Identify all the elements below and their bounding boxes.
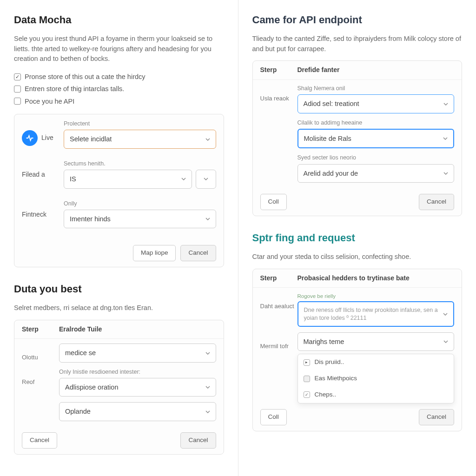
select-value: Adlispiose oration	[65, 383, 118, 392]
select-adiod[interactable]: Adiod sel: treationt	[298, 94, 455, 113]
header-step: Sterp	[260, 274, 298, 283]
select-oplande[interactable]: Oplande	[59, 402, 216, 421]
dropdown-item-label: Cheps..	[315, 390, 337, 399]
chevron-down-icon	[205, 217, 210, 221]
side-live-label: Live	[41, 133, 53, 143]
section2-desc: Selret medbers, rri selace at dng.ton tl…	[14, 303, 224, 313]
field-label: Shalg Nemera onil	[298, 85, 455, 93]
field-label: Syed secter lios neorio	[298, 154, 455, 162]
form-card-1: Live Prolectent Selete incidlat Filead a	[14, 114, 224, 267]
select-adispose[interactable]: Adlispiose oration	[59, 378, 216, 397]
r-section2-title: Sptr fing and request	[252, 231, 463, 245]
arrow-icon: ▸	[304, 359, 310, 366]
cancel-button[interactable]: Cancel	[419, 409, 454, 425]
pulse-icon	[22, 130, 38, 146]
select-value: Imenter hinds	[70, 214, 111, 224]
checkbox-icon[interactable]	[14, 86, 21, 93]
row-side-label: Daht aealuct	[260, 292, 298, 332]
r-form-card-2: Sterp Probasical hedders to trytinase ba…	[252, 269, 463, 431]
right-column: Came for API endpoint Tlieady to the can…	[238, 0, 476, 476]
coll-button[interactable]: Coll	[260, 409, 287, 425]
dropdown-item-label: Eas Miethpoics	[315, 374, 357, 383]
cancel-button[interactable]: Cancel	[419, 194, 454, 210]
chevron-down-icon	[204, 177, 208, 181]
dropdown-item[interactable]: Cheps..	[298, 387, 454, 403]
select-arelid[interactable]: Arelid add your de	[298, 164, 455, 183]
form-card-2: Sterp Eralrode Tuile Olottu medice se Re…	[14, 320, 224, 455]
row-side-label: Usla reaok	[260, 85, 298, 188]
chevron-down-icon	[181, 177, 186, 181]
r-section1-title: Came for API endpoint	[252, 13, 463, 27]
coll-button[interactable]: Coll	[260, 194, 287, 210]
checkbox-icon[interactable]	[14, 73, 21, 80]
section2-title: Duta you best	[14, 282, 224, 297]
header-title: Probasical hedders to trytinase bate	[298, 274, 455, 283]
row-side-label: Mermil tofr	[260, 332, 298, 403]
tiny-label: Rogove be rielly	[298, 292, 455, 300]
select-value: Selete incidlat	[70, 134, 112, 144]
select-project[interactable]: Selete incidlat	[64, 130, 216, 148]
select-headers[interactable]: Dne reness off Ilicls to new prookiton i…	[298, 301, 455, 327]
select-molisite[interactable]: Molisite de Rals	[298, 129, 455, 148]
r-form-card-1: Sterp Drefide fanter Usla reaok Shalg Ne…	[252, 60, 463, 216]
side-fintneck-label: Fintneck	[22, 210, 46, 219]
section1-desc: Sele you you irest thund API a foyame in…	[14, 34, 224, 64]
dropdown-item[interactable]: ▸ Dis pruiid..	[298, 354, 454, 370]
select-value: medice se	[65, 348, 96, 357]
field-label: Sectums henith.	[64, 160, 216, 168]
select-value: IS	[70, 174, 76, 184]
select-value: Oplande	[65, 407, 91, 416]
select-value: Marighs teme	[304, 337, 344, 346]
row-side-label: Reof	[22, 368, 59, 427]
row-side-label: Olottu	[22, 344, 59, 368]
field-label: Onlly	[64, 200, 216, 208]
left-column: Data Mocha Sele you you irest thund API …	[0, 0, 238, 476]
chevron-down-icon	[443, 312, 448, 317]
cancel-button[interactable]: Cancel	[180, 245, 216, 261]
checkbox-row[interactable]: Poce you he API	[14, 95, 224, 107]
field-label: Cilalik to addimg heeaine	[298, 119, 455, 127]
square-icon	[304, 376, 310, 382]
checkbox-row[interactable]: Pronse store of this out a cate the hird…	[14, 71, 224, 83]
r-section2-desc: Ctar and your steda to cilss selision, c…	[252, 252, 463, 262]
card-side: Live	[22, 120, 64, 146]
r-section1-desc: Tlieady to the canted Ziffe, sed to ihpr…	[252, 34, 463, 54]
select-value: Molisite de Rals	[304, 134, 351, 143]
header-title: Eralrode Tuile	[59, 325, 216, 334]
dropdown-item-label: Dis pruiid..	[315, 358, 344, 367]
checkbox-label: Poce you he API	[25, 97, 74, 106]
checkbox-label: Entren store of thig intarclas talls.	[25, 84, 124, 93]
select-value: Dne reness off Ilicls to new prookiton i…	[304, 306, 440, 322]
header-title: Drefide fanter	[298, 66, 455, 75]
select-sections[interactable]: IS	[64, 170, 192, 188]
check-icon	[304, 391, 310, 398]
checkbox-list: Pronse store of this out a cate the hird…	[14, 71, 224, 107]
chevron-down-icon	[205, 385, 210, 390]
cancel-button-left[interactable]: Cancel	[22, 432, 57, 449]
card-header: Sterp Drefide fanter	[253, 61, 462, 80]
checkbox-icon[interactable]	[14, 98, 21, 105]
cancel-button-right[interactable]: Cancel	[180, 432, 216, 449]
header-step: Sterp	[22, 325, 59, 334]
checkbox-label: Pronse store of this out a cate the hird…	[25, 72, 145, 81]
chevron-down-icon	[205, 137, 210, 142]
section1-title: Data Mocha	[14, 13, 224, 27]
field-label: Prolectent	[64, 120, 216, 128]
select-marighs[interactable]: Marighs teme	[298, 332, 455, 351]
card-header: Sterp Probasical hedders to trytinase ba…	[253, 269, 462, 288]
map-button[interactable]: Map liope	[133, 245, 176, 261]
select-value: Arelid add your de	[304, 169, 358, 178]
select-only[interactable]: Imenter hinds	[64, 210, 216, 228]
chevron-down-icon	[205, 351, 210, 356]
chevron-down-icon	[443, 339, 448, 344]
header-step: Sterp	[260, 66, 298, 75]
chevron-down-icon	[443, 171, 448, 176]
select-value: Adiod sel: treationt	[304, 99, 359, 108]
select-extra[interactable]	[196, 170, 216, 188]
chevron-down-icon	[205, 410, 210, 414]
field-label: Only Inistle resdioened intester:	[59, 368, 216, 377]
checkbox-row[interactable]: Entren store of thig intarclas talls.	[14, 83, 224, 95]
select-medice[interactable]: medice se	[59, 344, 216, 362]
dropdown-item[interactable]: Eas Miethpoics	[298, 370, 454, 387]
dropdown-menu: ▸ Dis pruiid.. Eas Miethpoics Cheps..	[298, 354, 455, 403]
